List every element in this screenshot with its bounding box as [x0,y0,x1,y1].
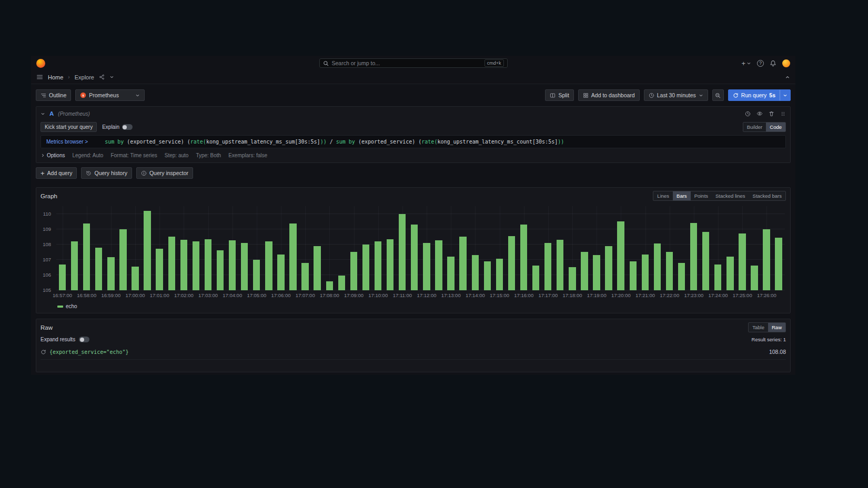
bar[interactable] [301,263,308,290]
graph-mode-stacked-bars[interactable]: Stacked bars [749,191,785,200]
explain-toggle[interactable] [122,124,133,130]
bar[interactable] [399,214,406,290]
bar[interactable] [168,237,175,290]
breadcrumb-home[interactable]: Home [48,74,63,80]
run-query-button[interactable]: Run query 5s [728,89,791,101]
collapse-chevron-icon[interactable] [41,111,45,116]
bar[interactable] [229,240,236,290]
series-label[interactable]: {exported_service="echo"} [49,349,129,355]
bar[interactable] [544,243,551,290]
bar[interactable] [678,263,685,290]
promql-query-text[interactable]: sum by (exported_service) (rate(kong_ups… [105,139,564,145]
bar[interactable] [605,246,612,290]
refresh-icon[interactable] [41,349,46,355]
bar[interactable] [95,248,102,290]
bar[interactable] [326,281,333,290]
help-icon[interactable]: ? [757,60,764,67]
bar[interactable] [654,243,661,290]
bar[interactable] [193,241,199,290]
bar[interactable] [484,261,491,290]
bar[interactable] [277,255,284,290]
bar[interactable] [557,240,563,290]
bar[interactable] [690,223,697,290]
grafana-logo-icon[interactable] [36,59,45,68]
bar[interactable] [569,267,576,290]
bar[interactable] [83,223,90,290]
breadcrumb-explore[interactable]: Explore [75,74,94,80]
bar[interactable] [593,255,600,290]
query-ref-id[interactable]: A [49,110,54,117]
trash-icon[interactable] [769,111,774,117]
bar[interactable] [435,240,442,290]
new-menu-button[interactable]: + [741,59,751,67]
bar[interactable] [520,225,527,290]
editor-mode-builder[interactable]: Builder [743,123,766,131]
bar[interactable] [666,252,673,290]
bar[interactable] [217,250,224,290]
bar[interactable] [59,265,66,290]
legend-series-label[interactable]: echo [66,303,77,309]
bar[interactable] [702,232,709,290]
raw-tab-raw[interactable]: Raw [768,323,785,332]
kick-start-button[interactable]: Kick start your query [41,122,97,132]
bar[interactable] [775,238,782,290]
bar[interactable] [617,221,624,290]
expand-results-toggle[interactable] [79,337,89,342]
bar[interactable] [265,241,272,290]
bar[interactable] [532,266,539,290]
bar[interactable] [180,240,187,290]
graph-mode-bars[interactable]: Bars [673,191,691,200]
menu-hamburger-icon[interactable] [36,74,43,80]
bar[interactable] [763,229,770,290]
chevron-up-icon[interactable] [785,75,790,80]
add-to-dashboard-button[interactable]: Add to dashboard [578,89,640,101]
add-query-button[interactable]: + Add query [36,167,77,179]
bar[interactable] [314,246,320,290]
bar[interactable] [714,265,721,290]
bar[interactable] [508,236,515,290]
editor-mode-code[interactable]: Code [766,123,785,131]
bar[interactable] [205,239,211,290]
bar[interactable] [387,239,393,290]
bar[interactable] [119,229,126,290]
search-input[interactable]: Search or jump to... cmd+k [319,58,508,68]
bar[interactable] [751,266,758,290]
run-query-interval-caret[interactable] [780,90,790,100]
datasource-picker[interactable]: Prometheus [75,89,145,101]
options-expander[interactable]: Options [41,152,65,158]
raw-tab-table[interactable]: Table [749,323,768,332]
bar[interactable] [338,276,345,290]
drag-handle-icon[interactable] [780,111,786,117]
query-history-button[interactable]: Query history [81,167,132,179]
eye-icon[interactable] [756,110,763,117]
time-range-picker[interactable]: Last 30 minutes [644,89,708,101]
bar[interactable] [144,211,150,290]
notifications-bell-icon[interactable] [770,60,776,67]
zoom-out-button[interactable] [712,89,724,101]
bar[interactable] [411,225,418,290]
history-clock-icon[interactable] [745,111,751,117]
graph-mode-lines[interactable]: Lines [653,191,673,200]
bar[interactable] [107,257,114,290]
bar[interactable] [375,241,381,290]
bar[interactable] [459,237,466,290]
bar[interactable] [739,233,745,290]
split-button[interactable]: Split [545,89,573,101]
bar[interactable] [350,252,357,290]
bar[interactable] [253,260,260,290]
metrics-browser-button[interactable]: Metrics browser > [41,139,93,145]
bar[interactable] [581,252,588,290]
bar[interactable] [156,249,163,290]
bar[interactable] [362,245,369,290]
chevron-down-icon[interactable] [109,75,114,79]
bar[interactable] [726,257,733,290]
share-icon[interactable] [99,74,105,80]
bar[interactable] [423,243,430,290]
query-code-editor[interactable]: Metrics browser > sum by (exported_servi… [41,135,786,148]
bar[interactable] [496,259,503,290]
bar[interactable] [642,255,649,290]
graph-mode-points[interactable]: Points [691,191,712,200]
graph-mode-stacked-lines[interactable]: Stacked lines [712,191,749,200]
bar[interactable] [241,243,248,290]
user-avatar[interactable] [782,59,790,67]
